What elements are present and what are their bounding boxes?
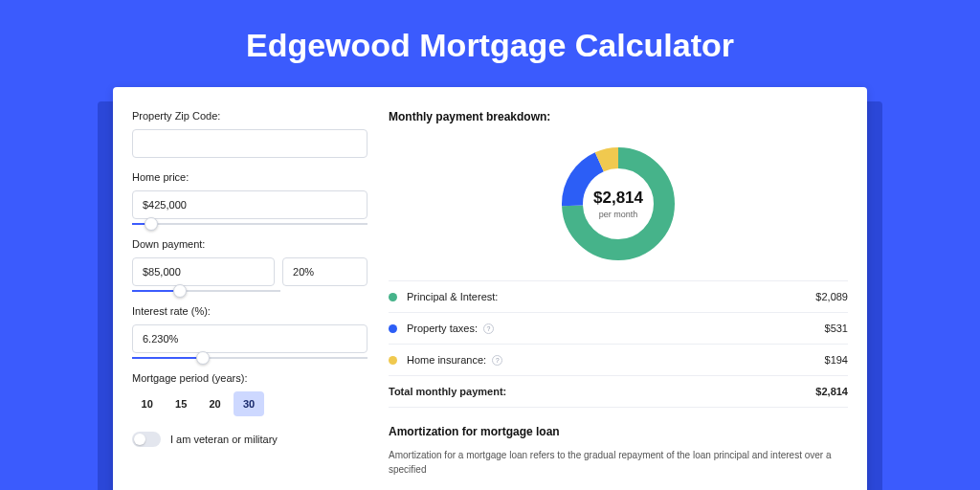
period-option-20[interactable]: 20 <box>200 391 230 416</box>
amortization-section: Amortization for mortgage loan Amortizat… <box>389 425 848 477</box>
zip-input[interactable] <box>132 129 368 158</box>
legend-total-label: Total monthly payment: <box>389 386 506 397</box>
donut-center-sub: per month <box>599 210 638 219</box>
donut-chart: $2,814 per month <box>557 143 679 265</box>
period-option-10[interactable]: 10 <box>132 391 162 416</box>
legend-row-principal: Principal & Interest: $2,089 <box>389 281 848 313</box>
zip-label: Property Zip Code: <box>132 110 368 122</box>
legend-label: Property taxes: <box>407 323 478 334</box>
breakdown-legend: Principal & Interest: $2,089 Property ta… <box>389 280 848 408</box>
interest-rate-label: Interest rate (%): <box>132 305 368 317</box>
donut-center-value: $2,814 <box>593 189 643 208</box>
dot-icon <box>389 293 397 301</box>
zip-row: Property Zip Code: <box>132 110 368 158</box>
slider-thumb-icon[interactable] <box>173 284 187 298</box>
interest-rate-input[interactable]: 6.230% <box>132 324 368 353</box>
legend-row-insurance: Home insurance: ? $194 <box>389 345 848 376</box>
dot-icon <box>389 356 397 365</box>
down-payment-pct-input[interactable]: 20% <box>282 257 368 286</box>
interest-rate-row: Interest rate (%): 6.230% <box>132 305 368 359</box>
down-payment-row: Down payment: $85,000 20% <box>132 238 368 292</box>
home-price-row: Home price: $425,000 <box>132 171 368 225</box>
info-icon[interactable]: ? <box>492 355 502 366</box>
slider-thumb-icon[interactable] <box>145 217 158 231</box>
home-price-slider[interactable] <box>132 223 368 225</box>
veteran-toggle-row: I am veteran or military <box>132 432 368 447</box>
home-price-input[interactable]: $425,000 <box>132 190 368 219</box>
mortgage-period-row: Mortgage period (years): 10 15 20 30 <box>132 372 368 416</box>
legend-total-value: $2,814 <box>815 386 848 397</box>
down-payment-label: Down payment: <box>132 238 368 250</box>
veteran-toggle[interactable] <box>132 432 161 447</box>
info-icon[interactable]: ? <box>483 323 494 334</box>
legend-value: $531 <box>825 323 848 334</box>
legend-label: Home insurance: <box>407 354 486 366</box>
down-payment-input[interactable]: $85,000 <box>132 257 275 286</box>
dot-icon <box>389 324 397 333</box>
amortization-title: Amortization for mortgage loan <box>389 425 848 438</box>
period-button-group: 10 15 20 30 <box>132 391 264 416</box>
interest-rate-slider[interactable] <box>132 357 368 359</box>
legend-label: Principal & Interest: <box>407 291 498 302</box>
period-option-30[interactable]: 30 <box>234 391 263 416</box>
mortgage-period-label: Mortgage period (years): <box>132 372 368 384</box>
home-price-label: Home price: <box>132 171 368 183</box>
amortization-text: Amortization for a mortgage loan refers … <box>389 448 848 477</box>
inputs-column: Property Zip Code: Home price: $425,000 … <box>132 110 368 476</box>
veteran-label: I am veteran or military <box>170 434 278 445</box>
legend-value: $194 <box>825 354 848 366</box>
down-payment-slider[interactable] <box>132 290 280 292</box>
legend-row-taxes: Property taxes: ? $531 <box>389 313 848 345</box>
donut-chart-wrap: $2,814 per month <box>389 131 848 280</box>
page-title: Edgewood Mortgage Calculator <box>0 0 980 87</box>
breakdown-column: Monthly payment breakdown: $2,814 per mo… <box>389 110 848 476</box>
legend-row-total: Total monthly payment: $2,814 <box>389 376 848 408</box>
period-option-15[interactable]: 15 <box>166 391 195 416</box>
slider-thumb-icon[interactable] <box>196 351 210 365</box>
breakdown-heading: Monthly payment breakdown: <box>389 110 848 123</box>
calculator-panel: Property Zip Code: Home price: $425,000 … <box>113 87 867 490</box>
legend-value: $2,089 <box>815 291 848 302</box>
